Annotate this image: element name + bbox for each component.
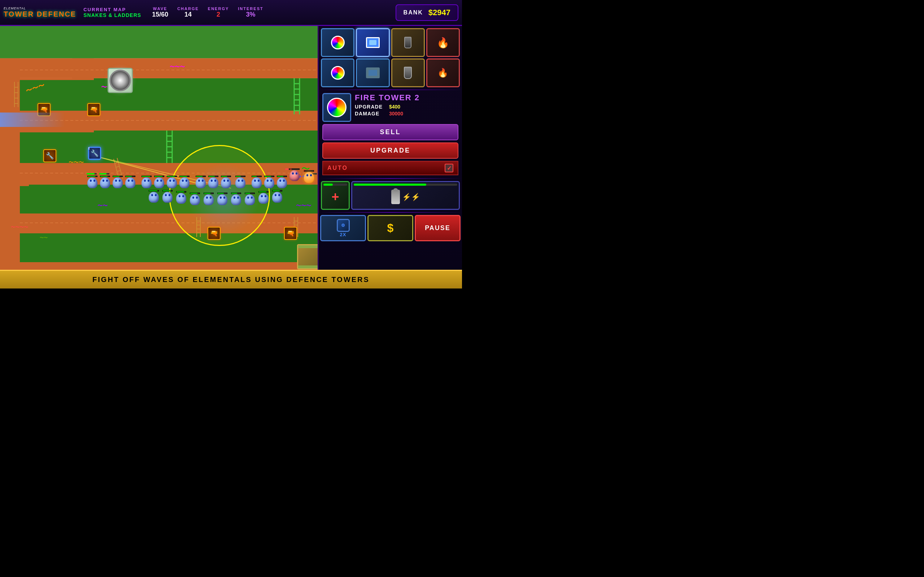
charge-value: 14 xyxy=(184,11,192,18)
enemy-12 xyxy=(234,176,246,189)
lightning-tower-icon xyxy=(391,190,400,204)
svg-line-38 xyxy=(116,166,120,167)
enemy-1-body xyxy=(87,177,97,188)
health-tower-bar xyxy=(323,184,347,186)
tower-card-7-icon xyxy=(404,67,412,79)
map-crate xyxy=(297,244,318,269)
sell-button[interactable]: SELL xyxy=(322,124,459,140)
snake-deco-9: 〜〜 xyxy=(40,235,48,240)
tower-card-6-icon xyxy=(366,68,380,78)
damage-value: 30000 xyxy=(389,111,403,116)
logo-top-text: ELEMENTAL xyxy=(3,6,76,10)
svg-rect-9 xyxy=(20,78,318,111)
enemy-right-2 xyxy=(303,170,315,183)
tower-card-4[interactable]: 🔥 xyxy=(426,28,460,57)
map-tower-1[interactable]: 🔫 xyxy=(37,102,51,117)
map-tower-3[interactable]: 🔧 xyxy=(43,148,57,163)
svg-rect-6 xyxy=(0,58,20,270)
tower-card-5[interactable] xyxy=(321,58,354,87)
game-map[interactable]: 〜〜〜 〜〜 〜〜〜 〜〜〜 〜〜〜 〜〜 〜〜〜 〜〜〜〜 〜〜 〜〜〜〜 xyxy=(0,26,318,270)
wave-label: WAVE xyxy=(153,6,168,11)
map-tower-4-selected[interactable]: 1 🔧 xyxy=(87,146,102,161)
logo-area: ELEMENTAL TOWER DEFENCE xyxy=(3,6,76,18)
enemy-5 xyxy=(141,176,152,189)
entry-beam xyxy=(0,113,65,127)
selected-tower-name: FIRE TOWER 2 xyxy=(355,93,459,102)
bottom-panel: ⚙ 2X $ PAUSE xyxy=(319,213,462,243)
top-bar: ELEMENTAL TOWER DEFENCE CURRENT MAP SNAK… xyxy=(0,0,462,26)
tower-card-7[interactable] xyxy=(391,58,425,87)
map-tower-5[interactable]: 🔫 xyxy=(207,226,221,240)
crate-health-bot xyxy=(298,266,318,268)
game-container: ELEMENTAL TOWER DEFENCE CURRENT MAP SNAK… xyxy=(0,0,462,288)
pause-button[interactable]: PAUSE xyxy=(415,215,460,241)
lightning-tower-bar xyxy=(354,184,457,186)
map-tower-6[interactable]: 🔫 xyxy=(283,226,298,240)
action-buttons: SELL UPGRADE AUTO ✓ xyxy=(319,124,462,177)
speed-content: ⚙ 2X xyxy=(337,219,350,237)
wave-value: 15/60 xyxy=(152,11,168,18)
map-tower-2-base: 🔫 xyxy=(87,103,100,116)
svg-rect-82 xyxy=(285,168,289,170)
svg-rect-5 xyxy=(0,262,318,270)
upgrade-button[interactable]: UPGRADE xyxy=(322,142,459,159)
svg-rect-26 xyxy=(94,131,318,163)
enemy-11 xyxy=(220,176,232,189)
portal-inner xyxy=(109,69,131,91)
enemy-8 xyxy=(179,176,190,189)
enemy-9 xyxy=(195,176,207,189)
enemy-10 xyxy=(208,176,219,189)
enemy-r2-7 xyxy=(230,193,242,206)
tower-card-8[interactable]: 🔥 xyxy=(426,58,460,87)
map-tower-2[interactable]: 🔫 xyxy=(87,102,101,117)
interest-value: 3% xyxy=(246,11,255,18)
energy-value: 2 xyxy=(216,11,220,18)
energy-label: ENERGY xyxy=(208,6,229,11)
tower-card-2-selected[interactable] xyxy=(356,28,389,57)
enemy-7 xyxy=(166,176,178,189)
money-button[interactable]: $ xyxy=(367,215,413,241)
map-tower-6-base: 🔫 xyxy=(284,227,297,240)
svg-rect-28 xyxy=(29,233,318,262)
auto-toggle[interactable]: AUTO ✓ xyxy=(322,161,459,175)
interest-stat: INTEREST 3% xyxy=(238,6,263,18)
health-tower[interactable]: + xyxy=(321,181,350,210)
interest-label: INTEREST xyxy=(238,6,263,11)
map-tower-5-base: 🔫 xyxy=(208,227,221,240)
portal-spawn xyxy=(108,68,133,93)
svg-rect-4 xyxy=(0,213,318,233)
enemy-1-health-fill xyxy=(88,176,95,177)
tower-card-3-icon xyxy=(404,37,412,48)
snake-deco-6: 〜〜 xyxy=(97,203,108,209)
lightning-icon: ⚡⚡ xyxy=(402,193,420,201)
pause-label: PAUSE xyxy=(425,224,451,232)
tower-card-5-icon xyxy=(331,66,345,80)
tower-card-1[interactable] xyxy=(321,28,354,57)
svg-rect-79 xyxy=(99,173,109,174)
map-label: CURRENT MAP xyxy=(83,7,141,12)
snake-deco-7: 〜〜〜 xyxy=(296,203,311,209)
enemy-2 xyxy=(99,176,111,189)
map-name: SNAKES & LADDERS xyxy=(83,12,141,18)
enemy-6 xyxy=(153,176,165,189)
tower-card-6[interactable] xyxy=(356,58,389,87)
snake-deco-3: 〜〜〜 xyxy=(170,64,185,70)
main-area: 〜〜〜 〜〜 〜〜〜 〜〜〜 〜〜〜 〜〜 〜〜〜 〜〜〜〜 〜〜 〜〜〜〜 xyxy=(0,26,462,270)
speed-icon: ⚙ xyxy=(337,219,350,232)
message-bar: FIGHT OFF WAVES OF ELEMENTALS USING DEFE… xyxy=(0,270,462,288)
enemy-r2-4 xyxy=(189,193,201,206)
selected-tower-stats: FIRE TOWER 2 UPGRADE $400 DAMAGE 30000 xyxy=(355,93,459,118)
tower-card-3[interactable] xyxy=(391,28,425,57)
snake-deco-1: 〜〜〜 xyxy=(24,81,46,95)
speed-button[interactable]: ⚙ 2X xyxy=(320,215,366,241)
enemy-1-health-bar xyxy=(87,176,97,177)
enemy-1-face xyxy=(90,180,95,182)
auto-check-box[interactable]: ✓ xyxy=(445,164,453,172)
enemy-r2-9 xyxy=(258,191,269,204)
enemy-3 xyxy=(112,176,123,189)
enemy-13 xyxy=(251,176,262,189)
lightning-tower[interactable]: ⚡⚡ xyxy=(351,181,460,210)
selected-tower-row: FIRE TOWER 2 UPGRADE $400 DAMAGE 30000 xyxy=(322,93,459,122)
bank-label: BANK xyxy=(404,10,423,16)
svg-rect-18 xyxy=(20,233,318,262)
